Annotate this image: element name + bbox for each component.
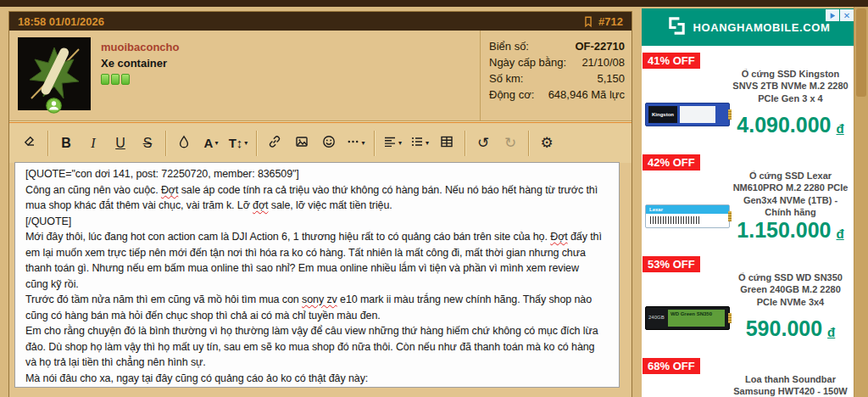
page-top-strip xyxy=(0,0,868,7)
alignment-icon xyxy=(383,135,397,152)
undo-icon: ↺ xyxy=(477,136,489,151)
editor-text-line: mua shop khác đắt thêm vài chục, vài tră… xyxy=(25,198,609,214)
editor-text-line: Công an cũng nên vào cuộc. Đợt sale áp c… xyxy=(25,182,609,198)
ad-product-list: 41% OFFKingstonỔ cứng SSD Kingston SNVS … xyxy=(642,46,854,397)
product-title: Ổ cứng SSD WD SN350 Green 240GB M.2 2280… xyxy=(732,271,849,308)
ad-panel: HOANGHAMOBILE.COM ✕ 41% OFFKingstonỔ cứn… xyxy=(642,8,854,397)
product-title: Ổ cứng SSD Lexar NM610PRO M.2 2280 PCIe … xyxy=(732,170,849,218)
username-link[interactable]: muoibaconcho xyxy=(101,41,179,53)
bold-label: B xyxy=(61,136,71,151)
ad-domain-text: HOANGHAMOBILE.COM xyxy=(693,21,831,34)
editor-text-line: cũng có hàng bán mà hỏi đến chục shop th… xyxy=(25,308,609,324)
more-options-button[interactable]: ▾ xyxy=(342,131,370,155)
chevron-down-icon: ▾ xyxy=(426,139,429,147)
font-size-label: T↕ xyxy=(229,136,243,150)
stat-value: 5,150 xyxy=(597,70,625,87)
forum-post: 18:58 01/01/2026 #712 muoibaconcho xyxy=(8,11,632,397)
user-avatar[interactable] xyxy=(18,37,91,110)
bold-button[interactable]: B xyxy=(53,131,80,155)
redo-button[interactable]: ↻ xyxy=(497,131,524,155)
settings-button[interactable]: ⚙ xyxy=(533,131,560,155)
toolbar-separator xyxy=(528,131,529,156)
stat-label: Động cơ: xyxy=(489,87,534,103)
scrollbar-thumb[interactable] xyxy=(856,8,866,97)
reputation-bar xyxy=(121,74,130,85)
reputation-bar xyxy=(111,74,120,85)
italic-button[interactable]: I xyxy=(80,131,107,155)
toolbar-separator xyxy=(374,131,375,156)
more-options-icon xyxy=(347,135,359,152)
insert-smilie-icon xyxy=(322,135,336,152)
italic-label: I xyxy=(91,136,95,151)
hoangha-logo-icon xyxy=(666,15,687,40)
editor-text-line: đảo. Dù shop họ làm vậy thì họ mất uy tí… xyxy=(25,339,609,355)
insert-image-button[interactable] xyxy=(288,131,315,155)
editor-text-line: [QUOTE="con dơi 141, post: 72250720, mem… xyxy=(25,166,609,182)
editor-text-line: em lại muốn xem trực tiếp nên mới đến tậ… xyxy=(25,245,609,261)
vehicle-stats-panel: Biển số:OF-22710Ngày cấp bằng:21/10/08Số… xyxy=(480,31,628,120)
settings-icon: ⚙ xyxy=(540,136,553,151)
lexar-ssd-image: Lexar xyxy=(645,204,730,228)
post-header-bar: 18:58 01/01/2026 #712 xyxy=(9,12,632,31)
ad-product-card[interactable]: 41% OFFKingstonỔ cứng SSD Kingston SNVS … xyxy=(642,49,854,151)
text-color-button[interactable] xyxy=(170,131,198,155)
product-title: Loa thanh Soundbar Samsung HWT420 - 150W xyxy=(732,373,849,397)
stat-value: 21/10/08 xyxy=(581,54,625,70)
insert-table-button[interactable] xyxy=(433,131,460,155)
editor-text-line: thanh toán gì. Nhưng nếu em bấm mua onli… xyxy=(25,260,609,277)
editor-text-line: Mà nói đâu cho xa, ngay tại đây cũng có … xyxy=(25,371,609,387)
remove-format-button[interactable] xyxy=(16,131,43,155)
editor-text-line: cũng kỹ rồi. xyxy=(25,277,609,293)
list-button[interactable]: ▾ xyxy=(406,131,433,155)
underline-button[interactable]: U xyxy=(107,131,134,155)
insert-smilie-button[interactable] xyxy=(315,131,342,155)
editor-text-line: Mới đây thôi, lúc đang hot con action ca… xyxy=(25,229,609,245)
insert-image-icon xyxy=(295,135,309,152)
strikethrough-button[interactable]: S xyxy=(134,131,161,155)
post-timestamp: 18:58 01/01/2026 xyxy=(18,15,104,28)
editor-text-line: Trước đó tầm nửa năm thì em cũng vã mồ h… xyxy=(25,292,609,308)
discount-badge: 68% OFF xyxy=(643,358,700,374)
user-online-badge-icon xyxy=(46,98,62,114)
redo-icon: ↻ xyxy=(504,136,516,151)
stat-value: 648,946 Mã lực xyxy=(548,87,625,103)
font-size-button[interactable]: T↕▾ xyxy=(225,131,252,155)
undo-button[interactable]: ↺ xyxy=(470,131,497,155)
editor-text-line: và họ trả lại tiền thì chẳng nên hình sự… xyxy=(25,355,609,371)
bookmark-icon[interactable] xyxy=(582,15,594,28)
font-family-button[interactable]: A▾ xyxy=(198,131,225,155)
text-color-icon xyxy=(177,135,191,152)
stat-value: OF-22710 xyxy=(575,38,625,54)
ad-product-card[interactable]: 53% OFF240GBWD Green SN350Ổ cứng SSD WD … xyxy=(642,253,854,355)
stat-row: Số km:5,150 xyxy=(489,70,625,87)
reputation-bar xyxy=(101,74,109,85)
editor-toolbar: BIUSA▾T↕▾▾▾▾↺↻⚙ xyxy=(9,121,632,163)
strikethrough-label: S xyxy=(143,136,153,151)
discount-badge: 41% OFF xyxy=(643,53,700,69)
toolbar-separator xyxy=(47,131,48,156)
insert-table-icon xyxy=(440,135,453,152)
stat-label: Số km: xyxy=(489,70,523,87)
page-scrollbar[interactable] xyxy=(854,7,868,397)
discount-badge: 53% OFF xyxy=(643,256,700,272)
wd-ssd-image: 240GBWD Green SN350 xyxy=(645,306,730,330)
alignment-button[interactable]: ▾ xyxy=(379,131,406,155)
ad-product-card[interactable]: 42% OFFLexarỔ cứng SSD Lexar NM610PRO M.… xyxy=(642,151,854,253)
ad-header[interactable]: HOANGHAMOBILE.COM ✕ xyxy=(642,8,854,46)
toolbar-separator xyxy=(165,131,166,156)
insert-link-button[interactable] xyxy=(261,131,288,155)
post-number[interactable]: #712 xyxy=(598,15,623,28)
underline-label: U xyxy=(115,136,125,151)
stat-row: Động cơ:648,946 Mã lực xyxy=(489,87,625,103)
reply-editor[interactable]: [QUOTE="con dơi 141, post: 72250720, mem… xyxy=(14,162,620,388)
chevron-down-icon: ▾ xyxy=(244,139,248,147)
font-family-label: A xyxy=(204,136,214,150)
adchoices-icon[interactable] xyxy=(826,9,839,21)
chevron-down-icon: ▾ xyxy=(398,139,402,147)
editor-text-line: [/QUOTE] xyxy=(25,214,609,230)
ad-product-card[interactable]: 68% OFFLoa thanh Soundbar Samsung HWT420… xyxy=(642,355,854,397)
product-title: Ổ cứng SSD Kingston SNVS 2TB NVMe M.2 22… xyxy=(732,68,849,104)
reputation-bars xyxy=(101,74,179,85)
close-icon[interactable]: ✕ xyxy=(840,9,854,21)
toolbar-separator xyxy=(465,131,465,156)
